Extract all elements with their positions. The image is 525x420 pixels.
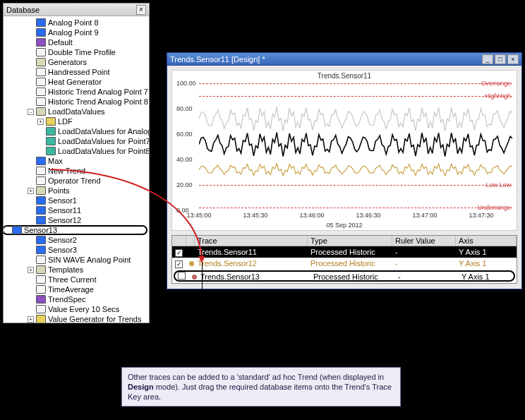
trace-cell-type: Processed Historic <box>308 259 392 268</box>
maximize-icon[interactable]: □ <box>495 54 506 64</box>
x-tick: 13:46:00 <box>299 212 324 219</box>
expand-icon[interactable]: + <box>28 316 34 323</box>
trace-key[interactable]: TraceTypeRuler ValueAxis ✓Trends.Sensor1… <box>171 235 517 284</box>
node-icon <box>12 226 22 234</box>
node-icon <box>36 246 46 254</box>
tree-item[interactable]: Handressed Point <box>4 67 147 77</box>
tree-spacer <box>28 99 34 105</box>
trace-key-header: TraceTypeRuler ValueAxis <box>172 236 517 246</box>
tree-item[interactable]: Operator Trend <box>4 176 147 186</box>
checkbox[interactable]: ✓ <box>175 249 183 257</box>
tree-item[interactable]: Default <box>4 37 147 47</box>
trace-key-body[interactable]: ✓Trends.Sensor11Processed Historic-Y Axi… <box>172 246 517 282</box>
tree-spacer <box>28 198 34 204</box>
node-icon <box>36 275 46 284</box>
checkbox[interactable] <box>178 272 186 280</box>
database-title: Database <box>6 6 40 14</box>
tree-item[interactable]: Historic Trend Analog Point 7 <box>4 87 147 97</box>
node-label: LoadDataValues for Analog Point 10 <box>58 127 149 136</box>
tree-item[interactable]: TrendSpec <box>4 294 147 304</box>
tree-item[interactable]: +Value Generator for Trends <box>4 314 147 323</box>
tree-item[interactable]: +Points <box>4 186 147 196</box>
tree-spacer <box>28 257 34 263</box>
tree-item[interactable]: Sensor3 <box>4 245 147 255</box>
node-label: Generators <box>48 58 87 66</box>
collapse-icon[interactable]: - <box>28 109 34 115</box>
trace-row[interactable]: Trends.Sensor13Processed Historic-Y Axis… <box>174 270 515 282</box>
tree-spacer <box>28 40 34 46</box>
node-icon <box>46 117 56 126</box>
tree-item[interactable]: Historic Trend Analog Point 8 <box>4 97 147 107</box>
node-label: Analog Point 8 <box>48 18 99 27</box>
expand-icon[interactable]: + <box>28 267 34 273</box>
node-icon <box>36 206 46 215</box>
tree-item[interactable]: Three Current <box>4 275 147 284</box>
expand-icon[interactable]: + <box>37 119 44 125</box>
tree-spacer <box>28 20 34 26</box>
tree-item[interactable]: LoadDataValues for Point7 <box>4 136 147 146</box>
x-tick: 13:46:30 <box>356 212 380 219</box>
node-label: LDF <box>58 117 73 126</box>
tree-item[interactable]: Analog Point 9 <box>4 28 147 37</box>
node-icon <box>36 58 46 66</box>
node-icon <box>36 295 46 304</box>
tree-item[interactable]: -LoadDataValues <box>4 107 147 116</box>
tree-item[interactable]: TimeAverage <box>4 284 147 294</box>
tree-item[interactable]: +LDF <box>4 116 147 126</box>
close-icon[interactable]: × <box>136 5 146 15</box>
y-tick: 20.00 <box>176 181 193 188</box>
tree-item[interactable]: Sensor11 <box>4 205 147 215</box>
trace-cell-type: Processed Historic <box>308 248 392 256</box>
node-label: Handressed Point <box>48 68 109 76</box>
tree-spacer <box>28 168 34 174</box>
limit-line <box>199 208 512 208</box>
checkbox[interactable]: ✓ <box>175 260 183 268</box>
tree-item[interactable]: LoadDataValues for Point8 <box>4 146 147 156</box>
trace-cell-ruler: - <box>392 259 456 268</box>
tree-spacer <box>37 138 44 145</box>
limit-line <box>199 185 512 186</box>
trend-plot[interactable]: Trends.Sensor11 OverrangeHighHighLow Low… <box>171 70 517 231</box>
tree-item[interactable]: Heat Generator <box>4 77 147 87</box>
tree-item[interactable]: LoadDataValues for Analog Point 10 <box>4 126 147 136</box>
tree-item[interactable]: SIN WAVE Analog Point <box>4 255 147 265</box>
node-icon <box>36 48 46 56</box>
node-icon <box>46 147 56 155</box>
node-icon <box>36 176 46 185</box>
tree-item[interactable]: Analog Point 8 <box>4 18 147 28</box>
tree-spacer <box>28 69 34 76</box>
expand-icon[interactable]: + <box>28 188 34 194</box>
trace-cell-axis: Y Axis 1 <box>459 272 514 281</box>
tree-spacer <box>37 148 44 155</box>
tree-item[interactable]: Value Every 10 Secs <box>4 304 147 314</box>
tree-item[interactable]: Max <box>4 156 147 166</box>
tree-spacer <box>4 227 10 234</box>
trace-cell-trace: Trends.Sensor13 <box>198 272 310 281</box>
trend-titlebar[interactable]: Trends.Sensor11 [Design] * _ □ × <box>167 53 521 66</box>
tree-item[interactable]: Generators <box>4 57 147 67</box>
close-icon[interactable]: × <box>507 54 519 64</box>
node-icon <box>36 107 46 116</box>
tree-item[interactable]: Sensor13 <box>4 225 147 235</box>
database-titlebar[interactable]: Database × <box>4 4 149 16</box>
database-panel: Database × Analog Point 8Analog Point 9D… <box>3 3 150 323</box>
node-label: Max <box>48 157 63 165</box>
tree-item[interactable]: Sensor1 <box>4 196 147 205</box>
node-icon <box>36 18 46 27</box>
tree-item[interactable]: New Trend <box>4 166 147 176</box>
minimize-icon[interactable]: _ <box>482 54 493 64</box>
tree-item[interactable]: Double Time Profile <box>4 47 147 57</box>
node-icon <box>36 256 46 264</box>
limit-label: Underrange <box>477 204 511 211</box>
y-tick: 60.00 <box>176 131 193 138</box>
database-tree[interactable]: Analog Point 8Analog Point 9DefaultDoubl… <box>4 16 149 323</box>
tree-item[interactable]: Sensor12 <box>4 215 147 225</box>
trace-row[interactable]: ✓Trends.Sensor12Processed Historic-Y Axi… <box>172 258 517 269</box>
tree-item[interactable]: Sensor2 <box>4 235 147 245</box>
trace-row[interactable]: ✓Trends.Sensor11Processed Historic-Y Axi… <box>172 246 517 258</box>
node-icon <box>46 137 56 145</box>
tree-spacer <box>28 306 34 313</box>
tree-item[interactable]: +Templates <box>4 265 147 275</box>
node-label: Heat Generator <box>48 78 102 86</box>
tree-spacer <box>28 30 34 36</box>
